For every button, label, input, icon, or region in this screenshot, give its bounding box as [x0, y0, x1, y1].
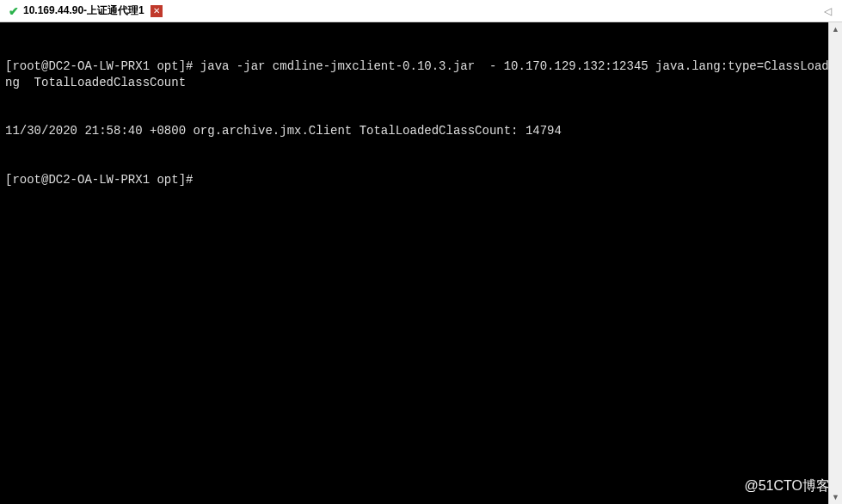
- tab-bar: ✔ 10.169.44.90-上证通代理1 ✕ ◁: [0, 0, 842, 22]
- close-tab-icon[interactable]: ✕: [151, 5, 163, 17]
- scrollbar-track[interactable]: [829, 36, 842, 490]
- scrollbar-up-icon[interactable]: ▲: [829, 22, 842, 36]
- terminal-line: 11/30/2020 21:58:40 +0800 org.archive.jm…: [5, 123, 837, 139]
- terminal-area[interactable]: [root@DC2-OA-LW-PRX1 opt]# java -jar cmd…: [0, 22, 842, 504]
- tab-title: 10.169.44.90-上证通代理1: [23, 3, 144, 18]
- session-tab[interactable]: ✔ 10.169.44.90-上证通代理1 ✕: [5, 0, 166, 22]
- terminal-prompt-text: [root@DC2-OA-LW-PRX1 opt]#: [5, 173, 200, 187]
- terminal-prompt-line: [root@DC2-OA-LW-PRX1 opt]#: [5, 172, 837, 188]
- terminal-line: [root@DC2-OA-LW-PRX1 opt]# java -jar cmd…: [5, 58, 837, 91]
- tab-bar-right-control[interactable]: ◁: [824, 5, 837, 17]
- terminal-cursor: [200, 174, 207, 187]
- scrollbar-down-icon[interactable]: ▼: [829, 490, 842, 504]
- watermark-text: @51CTO博客: [744, 476, 830, 495]
- connected-check-icon: ✔: [9, 4, 19, 18]
- vertical-scrollbar[interactable]: ▲ ▼: [828, 22, 842, 504]
